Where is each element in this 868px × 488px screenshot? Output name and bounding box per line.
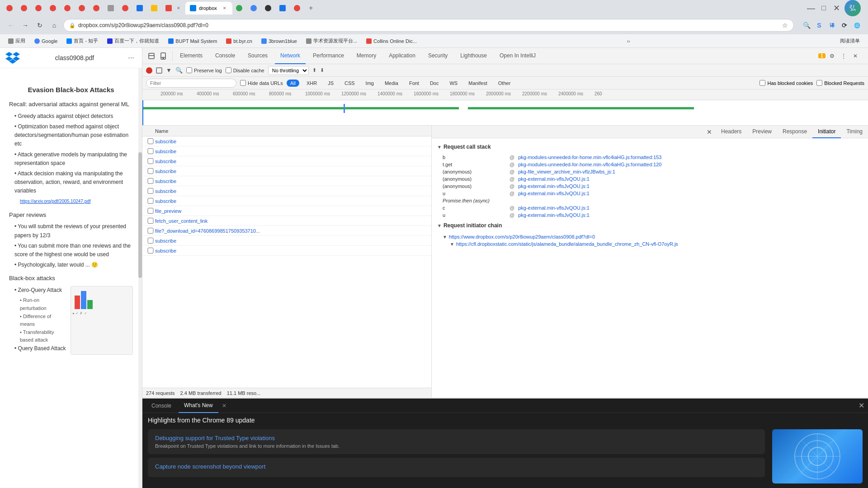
tab-18[interactable] xyxy=(291,2,305,14)
call-link-anon3[interactable]: pkg-external.min-vflsJvQOU.js:1 xyxy=(518,183,590,189)
request-checkbox-fu[interactable] xyxy=(146,218,155,224)
request-checkbox-4[interactable] xyxy=(146,168,155,174)
bookmark-reader[interactable]: 阅读清单 xyxy=(837,37,863,45)
whatsnew-card-1[interactable]: Debugging support for Trusted Type viola… xyxy=(148,429,765,454)
filter-all[interactable]: All xyxy=(287,80,299,87)
tab-5[interactable] xyxy=(61,2,75,14)
search-button[interactable]: 🔍 xyxy=(175,67,183,74)
home-button[interactable]: ⌂ xyxy=(49,20,60,31)
bookmark-star[interactable]: ☆ xyxy=(782,22,788,29)
profile-avatar[interactable]: 弘 xyxy=(844,0,861,16)
timeline-graph[interactable] xyxy=(142,100,868,126)
call-link-c[interactable]: pkg-external.min-vflsJvQOU.js:1 xyxy=(518,205,590,211)
request-row-subscribe-3[interactable]: subscribe xyxy=(142,156,431,166)
devtools-settings-btn[interactable]: ⚙ xyxy=(826,51,837,61)
hide-data-urls-checkbox[interactable] xyxy=(240,80,246,86)
detail-tab-headers[interactable]: Headers xyxy=(716,126,747,138)
tab-11[interactable] xyxy=(148,2,162,14)
request-checkbox-3[interactable] xyxy=(146,158,155,164)
drawer-panel-close[interactable]: ✕ xyxy=(859,401,864,410)
devtools-inspect-element[interactable] xyxy=(146,51,157,61)
detail-tab-timing[interactable]: Timing xyxy=(841,126,868,138)
tab-15[interactable] xyxy=(248,2,261,14)
bookmark-bupt[interactable]: BUPT Mail System xyxy=(165,38,220,45)
call-link-anon1[interactable]: pkg-file_viewer_archive_min-vflzJBwbs_js… xyxy=(518,169,615,174)
call-stack-section-header[interactable]: ▼ Request call stack xyxy=(437,144,863,150)
bookmark-apps[interactable]: 应用 xyxy=(5,37,28,45)
pdf-scrollbar[interactable] xyxy=(138,68,142,488)
request-checkbox-6[interactable] xyxy=(146,188,155,194)
tab-4[interactable] xyxy=(47,2,61,14)
devtools-tab-security[interactable]: Security xyxy=(423,48,453,64)
request-row-subscribe-6[interactable]: subscribe xyxy=(142,186,431,196)
maximize-btn[interactable]: □ xyxy=(819,4,828,12)
call-link-b[interactable]: pkg-modules-unneeded-for-home.min-vflc4i… xyxy=(518,155,661,160)
bookmark-bt[interactable]: bt.byr.cn xyxy=(223,38,255,45)
bookmark-zhihu[interactable]: 首页 - 知乎 xyxy=(64,37,101,45)
pdf-scrollbar-thumb[interactable] xyxy=(138,152,142,278)
extension-reload[interactable]: ⟳ xyxy=(839,20,850,31)
extension-lens[interactable]: 🔍 xyxy=(801,20,812,31)
request-row-subscribe-1[interactable]: subscribe xyxy=(142,136,431,146)
devtools-device-mode[interactable] xyxy=(158,51,169,61)
bookmark-google[interactable]: Google xyxy=(32,38,60,45)
reload-button[interactable]: ↻ xyxy=(34,20,45,31)
request-checkbox-8[interactable] xyxy=(146,238,155,244)
tab-12[interactable]: ✕ xyxy=(163,2,184,14)
request-checkbox-1[interactable] xyxy=(146,138,155,144)
download-icon[interactable]: ⬇ xyxy=(320,67,324,73)
detail-tab-response[interactable]: Response xyxy=(777,126,812,138)
new-tab-button[interactable]: + xyxy=(306,3,316,14)
filter-img[interactable]: Img xyxy=(362,80,377,87)
call-link-u1[interactable]: pkg-external.min-vflsJvQOU.js:1 xyxy=(518,191,590,196)
pdf-arxiv-link[interactable]: https://arxiv.org/pdf/2005.10247.pdf xyxy=(20,199,91,204)
devtools-tab-memory[interactable]: Memory xyxy=(351,48,382,64)
devtools-tab-elements[interactable]: Elements xyxy=(175,48,208,64)
filter-xhr[interactable]: XHR xyxy=(303,80,321,87)
request-checkbox-7[interactable] xyxy=(146,198,155,204)
tab-1[interactable] xyxy=(4,2,17,14)
tab-13-close[interactable]: ✕ xyxy=(222,5,228,11)
has-blocked-cookies-label[interactable]: Has blocked cookies xyxy=(760,80,813,86)
preserve-log-label[interactable]: Preserve log xyxy=(186,67,222,73)
initiator-chain-section-header[interactable]: ▼ Request initiator chain xyxy=(437,222,863,229)
filter-input[interactable] xyxy=(146,79,236,88)
whatsnew-close-btn[interactable]: ✕ xyxy=(222,403,226,409)
request-row-subscribe-2[interactable]: subscribe xyxy=(142,146,431,156)
forward-button[interactable]: → xyxy=(20,20,31,31)
disable-cache-checkbox[interactable] xyxy=(226,67,231,73)
preserve-log-checkbox[interactable] xyxy=(186,67,192,73)
requests-list[interactable]: subscribe subscribe subscribe subscribe xyxy=(142,136,431,388)
back-button[interactable]: ← xyxy=(5,20,16,31)
tab-3[interactable] xyxy=(33,2,46,14)
detail-tab-initiator[interactable]: Initiator xyxy=(812,126,841,138)
bookmark-collins[interactable]: Collins Online Dic... xyxy=(363,38,420,45)
devtools-more-btn[interactable]: ⋮ xyxy=(838,51,849,61)
request-checkbox-fd[interactable] xyxy=(146,228,155,234)
record-button[interactable] xyxy=(146,67,152,74)
devtools-tab-lighthouse[interactable]: Lighthouse xyxy=(455,48,492,64)
tab-10[interactable] xyxy=(134,2,147,14)
bookmark-more[interactable]: ›› xyxy=(627,38,630,44)
tab-13-active[interactable]: dropbox ✕ xyxy=(185,2,232,14)
devtools-tab-application[interactable]: Application xyxy=(383,48,421,64)
drawer-tab-whatsnew[interactable]: What's New xyxy=(179,399,218,413)
request-checkbox-2[interactable] xyxy=(146,148,155,154)
call-link-anon2[interactable]: pkg-external.min-vflsJvQOU.js:1 xyxy=(518,176,590,182)
extension-translate[interactable]: 译 xyxy=(826,20,837,31)
bookmark-3brown[interactable]: 3brown1blue xyxy=(259,38,300,45)
tab-17[interactable] xyxy=(277,2,290,14)
filter-css[interactable]: CSS xyxy=(341,80,359,87)
filter-ws[interactable]: WS xyxy=(446,80,461,87)
disable-cache-label[interactable]: Disable cache xyxy=(226,67,264,73)
devtools-tab-sources[interactable]: Sources xyxy=(242,48,273,64)
close-window-btn[interactable]: ✕ xyxy=(832,3,841,13)
chain-item-2[interactable]: https://cfl.dropboxstatic.com/static/js/… xyxy=(456,241,678,247)
devtools-tab-console[interactable]: Console xyxy=(210,48,241,64)
ext-globe[interactable]: 🌐 xyxy=(852,20,863,31)
request-row-file-download[interactable]: file?_download_id=476086998517509353710.… xyxy=(142,226,431,236)
tab-7[interactable] xyxy=(90,2,104,14)
devtools-tab-intellij[interactable]: Open In IntelliJ xyxy=(494,48,541,64)
pdf-menu-button[interactable]: ··· xyxy=(126,52,137,63)
tab-2[interactable] xyxy=(18,2,32,14)
